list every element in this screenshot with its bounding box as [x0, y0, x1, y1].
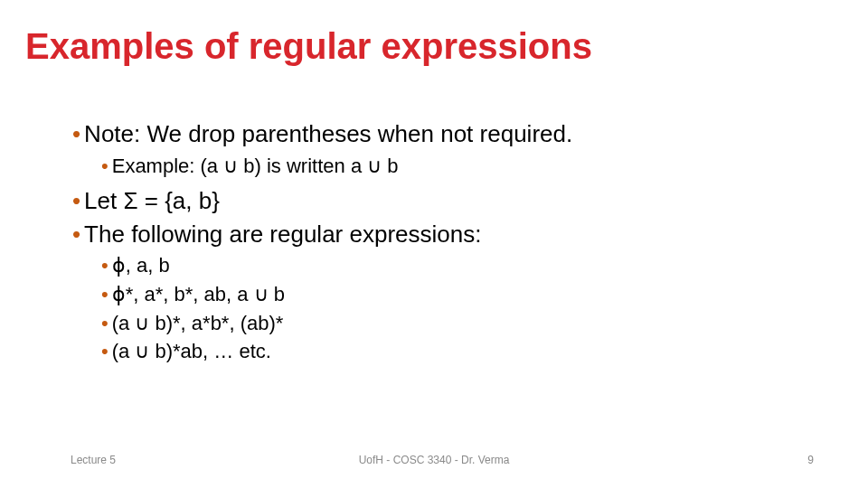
text-regex-1: ϕ, a, b — [112, 254, 170, 277]
text-let-sigma: Let Σ = {a, b} — [84, 187, 220, 214]
bullet-icon: • — [101, 340, 108, 362]
text-example: Example: (a ∪ b) is written a ∪ b — [112, 155, 399, 177]
slide-title: Examples of regular expressions — [25, 27, 843, 65]
footer-left: Lecture 5 — [71, 454, 116, 466]
text-regex-4: (a ∪ b)*ab, … etc. — [112, 340, 271, 362]
slide: Examples of regular expressions •Note: W… — [0, 0, 868, 488]
text-note: Note: We drop parentheses when not requi… — [84, 120, 572, 147]
bullet-icon: • — [101, 312, 108, 334]
subbullet-regex-1: •ϕ, a, b — [72, 252, 843, 279]
bullet-icon: • — [72, 187, 80, 214]
subbullet-example: •Example: (a ∪ b) is written a ∪ b — [72, 153, 843, 180]
bullet-icon: • — [101, 254, 108, 277]
text-regex-2: ϕ*, a*, b*, ab, a ∪ b — [112, 283, 285, 305]
subbullet-regex-2: •ϕ*, a*, b*, ab, a ∪ b — [72, 281, 843, 308]
bullet-icon: • — [72, 120, 80, 147]
slide-content: •Note: We drop parentheses when not requ… — [25, 119, 843, 365]
subbullet-regex-4: •(a ∪ b)*ab, … etc. — [72, 338, 843, 365]
footer-center: UofH - COSC 3340 - Dr. Verma — [359, 454, 510, 466]
bullet-let-sigma: •Let Σ = {a, b} — [72, 186, 843, 216]
bullet-following: •The following are regular expressions: — [72, 220, 843, 249]
subbullet-regex-3: •(a ∪ b)*, a*b*, (ab)* — [72, 310, 843, 337]
bullet-note: •Note: We drop parentheses when not requ… — [72, 119, 843, 149]
text-regex-3: (a ∪ b)*, a*b*, (ab)* — [112, 312, 284, 334]
text-following: The following are regular expressions: — [84, 221, 481, 248]
bullet-icon: • — [72, 221, 80, 248]
footer: Lecture 5 UofH - COSC 3340 - Dr. Verma 9 — [0, 454, 868, 466]
bullet-icon: • — [101, 155, 108, 177]
footer-page-number: 9 — [807, 454, 814, 466]
bullet-icon: • — [101, 283, 108, 305]
